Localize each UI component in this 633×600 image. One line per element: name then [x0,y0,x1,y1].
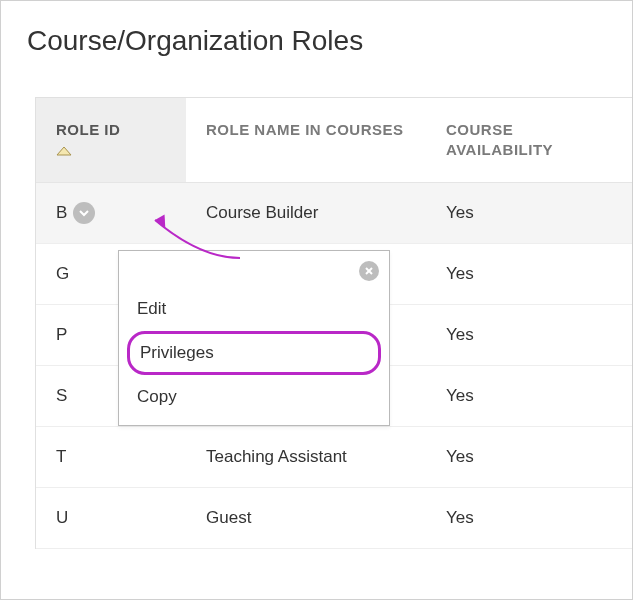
role-name-value: Course Builder [186,185,426,241]
table-row: T Teaching Assistant Yes [36,427,632,488]
svg-marker-0 [57,147,71,155]
role-name-value: Teaching Assistant [186,429,426,485]
role-availability-value: Yes [426,368,632,424]
page-title: Course/Organization Roles [27,25,632,57]
menu-item-privileges[interactable]: Privileges [127,331,381,375]
table-row: B Course Builder Yes [36,183,632,244]
col-header-role-name[interactable]: ROLE NAME IN COURSES [186,98,426,182]
role-id-value: G [56,264,69,283]
role-id-value: U [56,508,68,527]
col-header-availability-label: COURSE AVAILABILITY [446,121,553,158]
role-availability-value: Yes [426,307,632,363]
role-id-value: B [56,203,67,223]
role-availability-value: Yes [426,429,632,485]
row-actions-chevron-icon[interactable] [73,202,95,224]
role-id-value: P [56,325,67,344]
role-availability-value: Yes [426,490,632,546]
col-header-role-id-label: ROLE ID [56,121,120,138]
close-icon[interactable] [359,261,379,281]
menu-item-edit[interactable]: Edit [119,287,389,331]
role-name-value: Guest [186,490,426,546]
role-id-value: T [56,447,66,466]
table-header-row: ROLE ID ROLE NAME IN COURSES COURSE AVAI… [36,98,632,183]
col-header-role-id[interactable]: ROLE ID [36,98,186,182]
sort-ascending-icon [56,146,72,156]
col-header-availability[interactable]: COURSE AVAILABILITY [426,98,632,182]
role-availability-value: Yes [426,185,632,241]
course-roles-frame: Course/Organization Roles ROLE ID ROLE N… [0,0,633,600]
role-availability-value: Yes [426,246,632,302]
roles-table: ROLE ID ROLE NAME IN COURSES COURSE AVAI… [35,97,632,549]
col-header-role-name-label: ROLE NAME IN COURSES [206,121,404,138]
menu-item-copy[interactable]: Copy [119,375,389,419]
role-id-value: S [56,386,67,405]
row-actions-menu: Edit Privileges Copy [118,250,390,426]
table-row: U Guest Yes [36,488,632,549]
